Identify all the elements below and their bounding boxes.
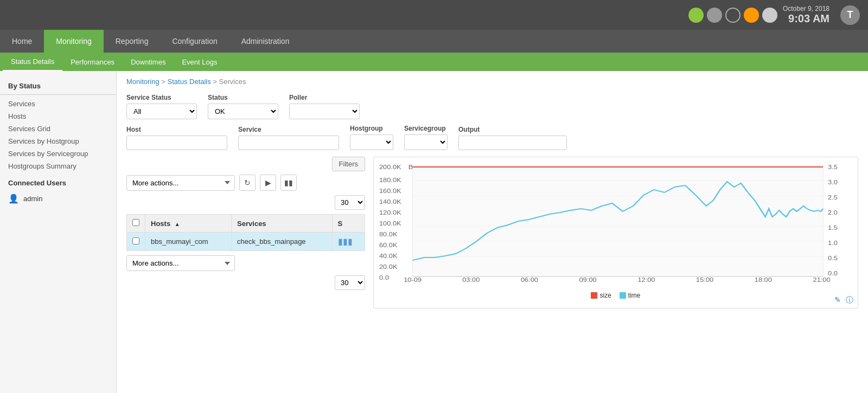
by-status-title: By Status <box>0 79 116 95</box>
sub-nav: Status Details Performances Downtimes Ev… <box>0 53 868 71</box>
svg-text:0.5: 0.5 <box>828 255 838 261</box>
svg-text:3.5: 3.5 <box>828 164 838 170</box>
output-input[interactable] <box>458 136 567 150</box>
datetime-block: October 9, 2018 9:03 AM <box>783 5 829 25</box>
pagination-top: 30 50 100 <box>126 195 365 210</box>
service-label: Service <box>238 126 339 133</box>
time-display: 9:03 AM <box>783 12 829 25</box>
service-cell[interactable]: check_bbs_mainpage <box>232 233 333 251</box>
breadcrumb-monitoring[interactable]: Monitoring <box>126 78 159 86</box>
svg-text:12:00: 12:00 <box>637 277 655 282</box>
svg-text:10-09: 10-09 <box>404 277 422 282</box>
pagination-bottom-select[interactable]: 30 50 100 <box>335 275 365 290</box>
svg-text:0.0: 0.0 <box>828 270 838 276</box>
pagination-bottom: 30 50 100 <box>126 275 365 290</box>
sidebar-item-services-by-hostgroup[interactable]: Services by Hostgroup <box>0 135 116 147</box>
nav-configuration[interactable]: Configuration <box>160 30 229 53</box>
svg-text:60.0K: 60.0K <box>379 242 398 248</box>
hostgroup-label: Hostgroup <box>350 125 393 132</box>
play-button[interactable]: ▶ <box>260 175 276 191</box>
poller-label: Poller <box>289 94 360 101</box>
svg-text:100.0K: 100.0K <box>379 221 401 226</box>
status-circles <box>688 8 777 23</box>
user-avatar[interactable]: T <box>840 5 860 25</box>
status-label: Status <box>208 94 278 101</box>
pause-button[interactable]: ▮▮ <box>280 175 297 191</box>
th-services[interactable]: Services <box>232 215 333 233</box>
top-bar: October 9, 2018 9:03 AM T <box>0 0 868 30</box>
legend-time-label: time <box>628 292 641 299</box>
service-status-select[interactable]: All OK Warning Critical Unknown <box>126 104 197 119</box>
bottom-actions-bar: More actions... <box>126 255 365 271</box>
table-section: Filters More actions... ↻ ▶ ▮▮ 30 <box>126 157 365 308</box>
svg-text:2.0: 2.0 <box>828 210 838 215</box>
filter-output: Output <box>458 126 567 150</box>
host-input[interactable] <box>126 136 227 150</box>
table-chart-row: Filters More actions... ↻ ▶ ▮▮ 30 <box>126 157 858 308</box>
filters-button[interactable]: Filters <box>332 157 365 171</box>
sidebar-item-services-grid[interactable]: Services Grid <box>0 123 116 135</box>
subnav-downtimes[interactable]: Downtimes <box>123 53 174 71</box>
svg-text:180.0K: 180.0K <box>379 177 401 183</box>
chart-panel: 200.0K 180.0K 160.0K 140.0K 120.0K 100.0… <box>373 157 858 308</box>
row-checkbox[interactable] <box>132 237 139 244</box>
breadcrumb-sep2: > <box>213 78 219 86</box>
status-cell: ▮▮▮ <box>332 233 365 251</box>
sidebar-item-hosts[interactable]: Hosts <box>0 110 116 123</box>
status-circle-orange <box>744 8 759 23</box>
th-hosts[interactable]: Hosts ▲ <box>145 215 232 233</box>
sidebar-item-hostgroups-summary[interactable]: Hostgroups Summary <box>0 160 116 172</box>
servicegroup-select[interactable] <box>404 134 448 150</box>
hostgroup-select[interactable] <box>350 134 393 150</box>
svg-text:15:00: 15:00 <box>696 277 713 282</box>
nav-administration[interactable]: Administration <box>229 30 302 53</box>
svg-text:09:00: 09:00 <box>579 277 597 282</box>
subnav-status-details[interactable]: Status Details <box>3 53 62 71</box>
legend-time-color <box>620 292 626 299</box>
breadcrumb: Monitoring > Status Details > Services <box>126 78 858 86</box>
legend-size-label: size <box>599 292 611 299</box>
subnav-event-logs[interactable]: Event Logs <box>174 53 225 71</box>
select-all-checkbox[interactable] <box>132 219 139 226</box>
svg-rect-20 <box>413 165 824 276</box>
nav-monitoring[interactable]: Monitoring <box>44 30 103 53</box>
sidebar-item-services[interactable]: Services <box>0 98 116 110</box>
legend-size: size <box>591 292 611 299</box>
subnav-performances[interactable]: Performances <box>62 53 123 71</box>
nav-home[interactable]: Home <box>0 30 44 53</box>
more-actions-top-select[interactable]: More actions... <box>126 175 235 191</box>
service-input[interactable] <box>238 136 339 150</box>
chart-container: 200.0K 180.0K 160.0K 140.0K 120.0K 100.0… <box>379 163 852 287</box>
refresh-button[interactable]: ↻ <box>239 175 256 191</box>
poller-select[interactable] <box>289 104 360 119</box>
chart-edit-icon[interactable]: ✎ <box>834 295 841 304</box>
servicegroup-label: Servicegroup <box>404 125 448 132</box>
service-status-label: Service Status <box>126 94 197 101</box>
more-actions-bottom-select[interactable]: More actions... <box>126 255 235 271</box>
svg-text:120.0K: 120.0K <box>379 210 401 215</box>
svg-text:21:00: 21:00 <box>813 277 831 282</box>
breadcrumb-status-details[interactable]: Status Details <box>168 78 211 86</box>
svg-text:18:00: 18:00 <box>755 277 772 282</box>
output-label: Output <box>458 126 567 133</box>
svg-text:200.0K: 200.0K <box>379 164 401 170</box>
th-status[interactable]: S <box>332 215 365 233</box>
date-display: October 9, 2018 <box>783 5 829 12</box>
chart-info-icon[interactable]: ⓘ <box>846 295 853 304</box>
pagination-top-select[interactable]: 30 50 100 <box>335 195 365 210</box>
svg-text:40.0K: 40.0K <box>379 253 398 259</box>
legend-size-color <box>591 292 597 299</box>
sidebar-user: 👤 admin <box>0 191 116 206</box>
chart-bar-icon[interactable]: ▮▮▮ <box>338 237 353 246</box>
filter-host: Host <box>126 126 227 150</box>
legend-time: time <box>620 292 641 299</box>
filter-row-1: Service Status All OK Warning Critical U… <box>126 94 858 119</box>
sidebar-item-services-by-servicegroup[interactable]: Services by Servicegroup <box>0 147 116 160</box>
nav-reporting[interactable]: Reporting <box>104 30 161 53</box>
host-cell[interactable]: bbs_mumayi_com <box>145 233 232 251</box>
filter-service-status: Service Status All OK Warning Critical U… <box>126 94 197 119</box>
user-icon: 👤 <box>8 194 19 204</box>
filter-service: Service <box>238 126 339 150</box>
status-select[interactable]: OK Warning Critical Unknown <box>208 104 278 119</box>
status-circle-light <box>762 8 777 23</box>
